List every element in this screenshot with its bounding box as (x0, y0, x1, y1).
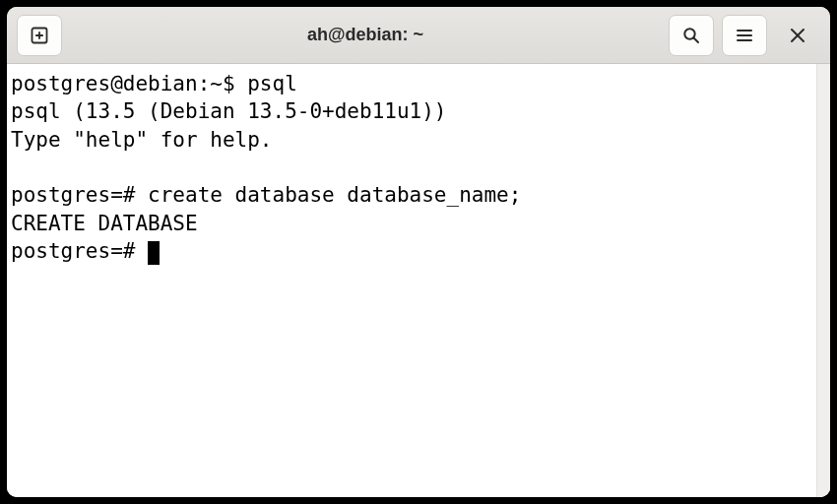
terminal-line: postgres=# create database database_name… (11, 181, 812, 209)
svg-line-4 (694, 37, 699, 42)
window-title: ah@debian: ~ (70, 25, 661, 45)
cursor (148, 241, 160, 265)
close-icon (790, 28, 805, 43)
output-text: Type "help" for help. (11, 128, 273, 152)
terminal-line: Type "help" for help. (11, 126, 812, 154)
terminal-content[interactable]: postgres@debian:~$ psqlpsql (13.5 (Debia… (7, 64, 816, 497)
prompt: postgres=# (11, 239, 148, 263)
terminal-line: postgres=# (11, 237, 812, 265)
menu-button[interactable] (722, 15, 767, 56)
scrollbar[interactable] (816, 64, 830, 497)
terminal-line: postgres@debian:~$ psql (11, 70, 812, 97)
output-text: psql (13.5 (Debian 13.5-0+deb11u1)) (11, 99, 447, 123)
close-button[interactable] (775, 15, 820, 56)
prompt: postgres=# (11, 183, 148, 207)
command-text: psql (247, 72, 297, 95)
prompt: postgres@debian:~$ (11, 72, 247, 95)
terminal-area[interactable]: postgres@debian:~$ psqlpsql (13.5 (Debia… (7, 64, 830, 497)
terminal-line (11, 154, 812, 181)
terminal-window: ah@debian: ~ (7, 7, 830, 497)
output-text: CREATE DATABASE (11, 212, 198, 235)
new-tab-button[interactable] (17, 15, 62, 56)
new-tab-icon (30, 26, 49, 45)
titlebar: ah@debian: ~ (7, 7, 830, 64)
command-text: create database database_name; (148, 183, 521, 207)
hamburger-icon (735, 26, 754, 45)
search-icon (681, 26, 701, 45)
search-button[interactable] (669, 15, 714, 56)
terminal-line: psql (13.5 (Debian 13.5-0+deb11u1)) (11, 97, 812, 125)
output-text (11, 156, 24, 179)
terminal-line: CREATE DATABASE (11, 210, 812, 237)
